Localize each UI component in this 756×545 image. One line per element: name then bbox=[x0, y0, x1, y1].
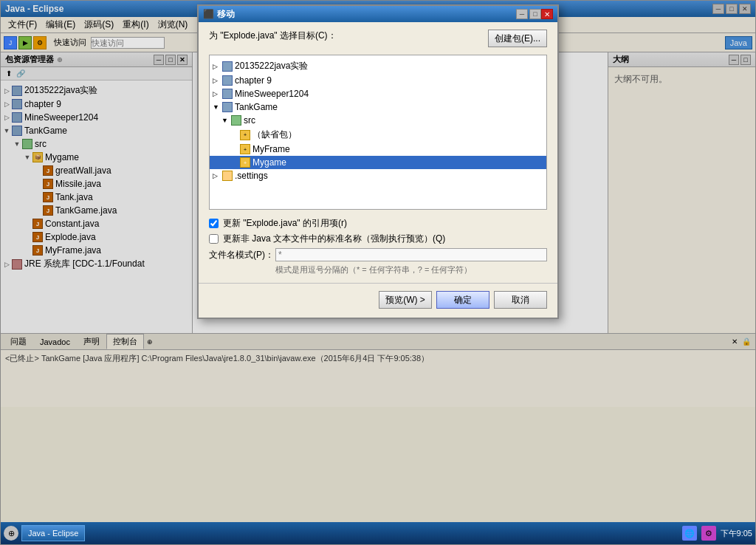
dialog-tree-item-default-pkg[interactable]: + （缺省包） bbox=[210, 127, 546, 143]
update-textfiles-label: 更新非 Java 文本文件中的标准名称（强制执行预览）(Q) bbox=[223, 233, 445, 245]
update-textfiles-row: 更新非 Java 文本文件中的标准名称（强制执行预览）(Q) bbox=[209, 233, 547, 245]
eclipse-window: Java - Eclipse ─ □ ✕ 文件(F) 编辑(E) 源码(S) 重… bbox=[0, 0, 756, 545]
expand-icon: ▷ bbox=[213, 90, 220, 97]
start-icon[interactable]: ⊕ bbox=[4, 526, 18, 541]
taskbar: ⊕ Java - Eclipse 🌐 ⚙ 下午9:05 bbox=[1, 522, 755, 544]
dialog-tree-item-java[interactable]: ▷ 20135222java实验 bbox=[210, 58, 546, 74]
filename-pattern-label: 文件名模式(P)： bbox=[209, 249, 275, 261]
project-icon bbox=[222, 89, 233, 99]
package-icon: + bbox=[240, 157, 250, 168]
modal-overlay: ⬛ 移动 ─ □ ✕ 为 "Explode.java" 选择目标(C)： 创建包… bbox=[1, 1, 755, 522]
expand-icon: ▼ bbox=[213, 103, 220, 111]
expand-icon: ▷ bbox=[213, 77, 220, 84]
dialog-tree-item-mygame-pkg[interactable]: + Mygame bbox=[210, 156, 546, 169]
dialog-title: ⬛ 移动 bbox=[203, 8, 515, 21]
dialog-options: 更新 "Explode.java" 的引用项(r) 更新非 Java 文本文件中… bbox=[209, 217, 547, 275]
project-icon bbox=[222, 75, 233, 86]
src-icon bbox=[231, 115, 241, 126]
tree-label: MyFrame bbox=[252, 144, 290, 154]
tree-label: 20135222java实验 bbox=[235, 60, 308, 72]
dialog-tree-item-chapter9[interactable]: ▷ chapter 9 bbox=[210, 74, 546, 87]
tree-label: chapter 9 bbox=[235, 75, 272, 86]
package-icon: + bbox=[240, 144, 250, 154]
create-package-button[interactable]: 创建包(E)... bbox=[488, 30, 547, 47]
dialog-tree-item-tankgame[interactable]: ▼ TankGame bbox=[210, 100, 546, 114]
preview-button[interactable]: 预览(W) > bbox=[379, 291, 432, 309]
expand-icon: ▼ bbox=[221, 117, 229, 124]
tree-label: （缺省包） bbox=[252, 128, 297, 141]
dialog-titlebar: ⬛ 移动 ─ □ ✕ bbox=[199, 6, 557, 22]
tree-label: src bbox=[244, 115, 255, 126]
dialog-tree-item-myframe-pkg[interactable]: + MyFrame bbox=[210, 143, 546, 156]
project-icon bbox=[222, 102, 233, 112]
dialog-buttons: 预览(W) > 确定 取消 bbox=[199, 283, 557, 318]
dialog-maximize-btn[interactable]: □ bbox=[529, 9, 541, 19]
package-icon: + bbox=[240, 130, 250, 140]
move-dialog: ⬛ 移动 ─ □ ✕ 为 "Explode.java" 选择目标(C)： 创建包… bbox=[197, 4, 559, 319]
dialog-title-icon: ⬛ bbox=[203, 9, 214, 19]
filename-pattern-hint: 模式是用逗号分隔的（* = 任何字符串，? = 任何字符） bbox=[275, 264, 547, 275]
expand-icon: ▷ bbox=[213, 63, 220, 70]
dialog-tree-item-minesweeper[interactable]: ▷ MineSweeper1204 bbox=[210, 87, 546, 100]
expand-icon: ▷ bbox=[213, 172, 220, 179]
dialog-tree-item-settings[interactable]: ▷ .settings bbox=[210, 169, 546, 182]
update-references-row: 更新 "Explode.java" 的引用项(r) bbox=[209, 217, 547, 230]
taskbar-label: Java - Eclipse bbox=[28, 529, 78, 538]
tree-label: TankGame bbox=[235, 102, 278, 112]
taskbar-time: 下午9:05 bbox=[721, 528, 752, 539]
dialog-close-btn[interactable]: ✕ bbox=[541, 9, 553, 19]
filename-pattern-row: 文件名模式(P)： bbox=[209, 248, 547, 261]
update-textfiles-checkbox[interactable] bbox=[209, 234, 219, 244]
dialog-minimize-btn[interactable]: ─ bbox=[516, 9, 528, 19]
tree-label: .settings bbox=[235, 171, 268, 181]
taskbar-icon-2[interactable]: ⚙ bbox=[701, 526, 716, 541]
dialog-prompt: 为 "Explode.java" 选择目标(C)： bbox=[209, 30, 337, 42]
dialog-tree: ▷ 20135222java实验 ▷ chapter 9 ▷ MineSweep… bbox=[209, 55, 547, 210]
update-references-label: 更新 "Explode.java" 的引用项(r) bbox=[223, 217, 347, 230]
cancel-button[interactable]: 取消 bbox=[494, 291, 547, 309]
dialog-body: 为 "Explode.java" 选择目标(C)： 创建包(E)... ▷ 20… bbox=[199, 22, 557, 283]
taskbar-icon-1[interactable]: 🌐 bbox=[682, 526, 697, 541]
dialog-tree-item-src[interactable]: ▼ src bbox=[210, 114, 546, 127]
folder-icon bbox=[222, 171, 233, 181]
taskbar-java-btn[interactable]: Java - Eclipse bbox=[21, 525, 85, 541]
update-references-checkbox[interactable] bbox=[209, 219, 219, 228]
ok-button[interactable]: 确定 bbox=[436, 291, 489, 309]
project-icon bbox=[222, 61, 233, 72]
filename-pattern-input[interactable] bbox=[275, 248, 547, 261]
tree-label: Mygame bbox=[252, 157, 286, 168]
dialog-title-text: 移动 bbox=[217, 8, 235, 21]
tree-label: MineSweeper1204 bbox=[235, 89, 309, 99]
